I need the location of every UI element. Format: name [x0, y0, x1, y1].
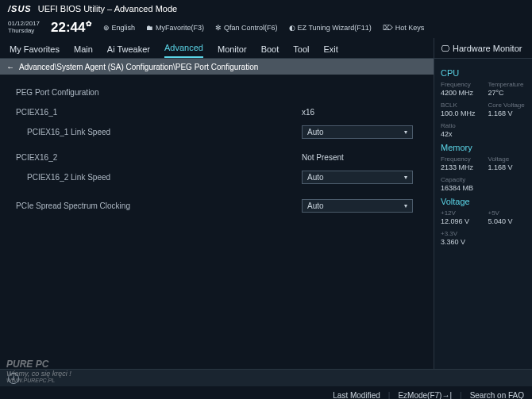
tab-main[interactable]: Main [74, 44, 93, 58]
mem-freq: 2133 MHz [441, 163, 479, 171]
last-modified-button[interactable]: Last Modified [333, 391, 380, 400]
watermark: PURE PC Wiemy, co się kręci ! WWW.PUREPC… [6, 359, 71, 383]
tab-exit[interactable]: Exit [323, 44, 337, 58]
pciex16-2-speed-select[interactable]: Auto [302, 171, 413, 184]
pciex16-2-label: PCIEX16_2 [16, 153, 302, 162]
cpu-heading: CPU [441, 68, 526, 78]
pciex16-2-speed-label: PCIEX16_2 Link Speed [16, 173, 302, 182]
cpu-bclk: 100.0 MHz [441, 109, 479, 117]
wand-icon: ◐ [289, 24, 295, 32]
volt-12v: 12.096 V [441, 217, 479, 225]
voltage-heading: Voltage [441, 197, 526, 206]
pciex16-2-value: Not Present [302, 153, 344, 162]
tab-tool[interactable]: Tool [293, 44, 309, 58]
pciex16-1-value: x16 [302, 108, 314, 117]
tab-monitor[interactable]: Monitor [218, 44, 247, 58]
tab-myfavorites[interactable]: My Favorites [10, 44, 60, 58]
tab-aitweaker[interactable]: Ai Tweaker [107, 44, 150, 58]
ezmode-button[interactable]: EzMode(F7)→| [398, 391, 452, 400]
hardware-monitor: CPU Frequency4200 MHzTemperature27°C BCL… [434, 59, 532, 369]
app-title: UEFI BIOS Utility – Advanced Mode [38, 4, 177, 13]
mem-volt: 1.168 V [488, 163, 526, 171]
back-icon[interactable]: ← [6, 63, 14, 71]
brand-logo: /SUS [8, 4, 32, 13]
volt-33v: 3.360 V [441, 238, 526, 246]
cpu-freq: 4200 MHz [441, 89, 479, 97]
fan-icon: ✻ [215, 24, 222, 32]
language-selector[interactable]: ⊕English [103, 24, 136, 32]
folder-icon: 🖿 [146, 24, 153, 32]
key-icon: ⌦ [383, 24, 393, 32]
mem-cap: 16384 MB [441, 184, 526, 192]
cpu-temp: 27°C [488, 89, 526, 97]
hw-title: Hardware Monitor [453, 44, 522, 53]
tab-advanced[interactable]: Advanced [164, 43, 203, 58]
clock: 22:44✿ [51, 20, 91, 36]
date-block: 01/12/2017Thursday [8, 21, 40, 35]
cpu-ratio: 42x [441, 130, 526, 138]
ssc-select[interactable]: Auto [302, 199, 413, 213]
ssc-label: PCIe Spread Spectrum Clocking [16, 201, 302, 210]
eztuning-button[interactable]: ◐EZ Tuning Wizard(F11) [289, 24, 372, 32]
pciex16-1-speed-select[interactable]: Auto [302, 125, 413, 139]
globe-icon: ⊕ [103, 24, 110, 32]
cpu-corevolt: 1.168 V [488, 109, 526, 117]
main-tabs: My Favorites Main Ai Tweaker Advanced Mo… [0, 38, 434, 59]
pciex16-1-speed-label: PCIEX16_1 Link Speed [16, 128, 302, 136]
memory-heading: Memory [441, 143, 526, 152]
section-heading: PEG Port Configuration [16, 88, 302, 97]
monitor-icon: 🖵 [441, 44, 449, 53]
tab-boot[interactable]: Boot [261, 44, 279, 58]
hotkeys-button[interactable]: ⌦Hot Keys [383, 24, 425, 32]
breadcrumb: Advanced\System Agent (SA) Configuration… [19, 63, 258, 71]
myfavorite-button[interactable]: 🖿MyFavorite(F3) [146, 24, 204, 32]
search-faq-button[interactable]: Search on FAQ [470, 391, 524, 400]
qfan-button[interactable]: ✻Qfan Control(F6) [215, 24, 278, 32]
content-area: ← Advanced\System Agent (SA) Configurati… [0, 59, 434, 369]
pciex16-1-label: PCIEX16_1 [16, 108, 302, 117]
volt-5v: 5.040 V [488, 217, 526, 225]
